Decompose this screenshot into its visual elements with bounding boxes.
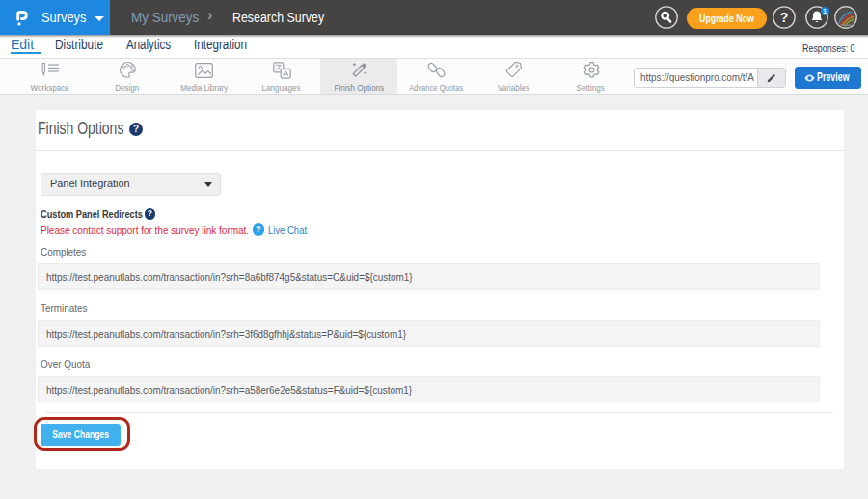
svg-text:?: ?: [780, 10, 789, 25]
